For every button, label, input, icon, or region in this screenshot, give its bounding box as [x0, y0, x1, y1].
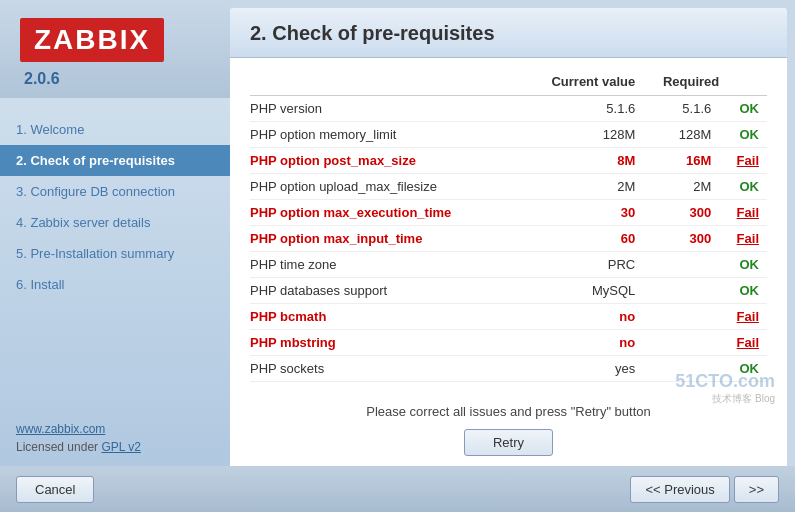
- license-text: Licensed under GPL v2: [16, 440, 214, 454]
- nav-item-db[interactable]: 3. Configure DB connection: [0, 176, 230, 207]
- nav-items: 1. Welcome2. Check of pre-requisites3. C…: [0, 98, 230, 410]
- nav-item-welcome[interactable]: 1. Welcome: [0, 114, 230, 145]
- col-status: [727, 68, 767, 96]
- nav-buttons: << Previous >>: [630, 476, 779, 503]
- table-row: PHP mbstringnoFail: [250, 330, 767, 356]
- cancel-button[interactable]: Cancel: [16, 476, 94, 503]
- version: 2.0.6: [24, 70, 60, 88]
- table-row: PHP option max_input_time60300Fail: [250, 226, 767, 252]
- table-row: PHP time zonePRCOK: [250, 252, 767, 278]
- next-button[interactable]: >>: [734, 476, 779, 503]
- bottom-bar: Cancel << Previous >>: [0, 466, 795, 512]
- content-area: 2. Check of pre-requisites Current value…: [230, 8, 787, 466]
- website-link[interactable]: www.zabbix.com: [16, 422, 214, 436]
- page-title: 2. Check of pre-requisites: [250, 22, 767, 45]
- prev-button[interactable]: << Previous: [630, 476, 729, 503]
- table-row: PHP version5.1.65.1.6OK: [250, 96, 767, 122]
- prereq-table: Current value Required PHP version5.1.65…: [250, 68, 767, 390]
- logo: ZABBIX: [20, 18, 164, 62]
- table-row: PHP databases supportMySQLOK: [250, 278, 767, 304]
- table-row: PHP gdunknown2.0Fail: [250, 382, 767, 391]
- prereq-table-container[interactable]: Current value Required PHP version5.1.65…: [230, 58, 787, 390]
- nav-item-prereq[interactable]: 2. Check of pre-requisites: [0, 145, 230, 176]
- license-link[interactable]: GPL v2: [101, 440, 141, 454]
- logo-area: ZABBIX 2.0.6: [0, 0, 230, 98]
- sidebar: ZABBIX 2.0.6 1. Welcome2. Check of pre-r…: [0, 0, 230, 466]
- retry-message: Please correct all issues and press "Ret…: [250, 404, 767, 419]
- table-row: PHP option max_execution_time30300Fail: [250, 200, 767, 226]
- retry-button[interactable]: Retry: [464, 429, 553, 456]
- table-row: PHP option post_max_size8M16MFail: [250, 148, 767, 174]
- nav-item-summary[interactable]: 5. Pre-Installation summary: [0, 238, 230, 269]
- col-name: [250, 68, 523, 96]
- col-current: Current value: [523, 68, 643, 96]
- table-row: PHP socketsyesOK: [250, 356, 767, 382]
- nav-item-server[interactable]: 4. Zabbix server details: [0, 207, 230, 238]
- table-row: PHP option memory_limit128M128MOK: [250, 122, 767, 148]
- sidebar-bottom: www.zabbix.com Licensed under GPL v2: [0, 410, 230, 466]
- nav-item-install[interactable]: 6. Install: [0, 269, 230, 300]
- col-required: Required: [643, 68, 727, 96]
- content-header: 2. Check of pre-requisites: [230, 8, 787, 58]
- table-row: PHP option upload_max_filesize2M2MOK: [250, 174, 767, 200]
- content-footer: Please correct all issues and press "Ret…: [230, 390, 787, 466]
- table-row: PHP bcmathnoFail: [250, 304, 767, 330]
